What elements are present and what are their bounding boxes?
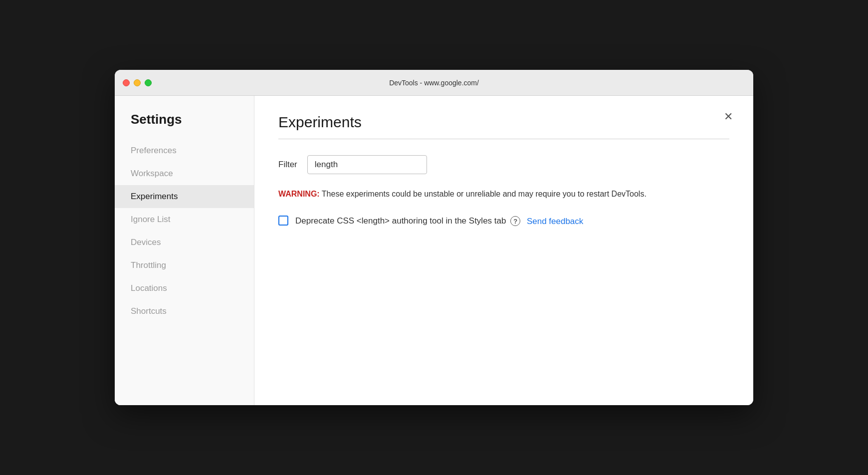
sidebar: Settings Preferences Workspace Experimen… <box>115 96 254 405</box>
close-button[interactable]: ✕ <box>721 110 735 124</box>
sidebar-item-workspace[interactable]: Workspace <box>115 162 254 185</box>
sidebar-item-ignore-list[interactable]: Ignore List <box>115 208 254 231</box>
devtools-window: DevTools - www.google.com/ Settings Pref… <box>115 70 753 405</box>
experiment-label-deprecate-css: Deprecate CSS <length> authoring tool in… <box>295 215 583 228</box>
filter-input[interactable] <box>307 155 427 174</box>
sidebar-item-shortcuts[interactable]: Shortcuts <box>115 300 254 323</box>
warning-box: WARNING: These experiments could be unst… <box>278 188 707 201</box>
traffic-lights <box>123 79 152 86</box>
warning-text: These experiments could be unstable or u… <box>320 190 647 198</box>
close-traffic-light[interactable] <box>123 79 130 86</box>
sidebar-item-locations[interactable]: Locations <box>115 277 254 300</box>
title-divider <box>278 139 729 139</box>
sidebar-item-devices[interactable]: Devices <box>115 231 254 254</box>
settings-heading: Settings <box>115 112 254 139</box>
send-feedback-link[interactable]: Send feedback <box>527 217 583 226</box>
help-icon[interactable]: ? <box>510 216 520 226</box>
minimize-traffic-light[interactable] <box>134 79 141 86</box>
sidebar-item-experiments[interactable]: Experiments <box>115 185 254 208</box>
filter-row: Filter <box>278 155 729 174</box>
warning-label: WARNING: <box>278 190 320 198</box>
filter-label: Filter <box>278 160 297 170</box>
window-title: DevTools - www.google.com/ <box>389 79 479 87</box>
content-area: Settings Preferences Workspace Experimen… <box>115 96 753 405</box>
experiment-row-deprecate-css: Deprecate CSS <length> authoring tool in… <box>278 215 729 228</box>
page-title: Experiments <box>278 114 729 131</box>
sidebar-item-throttling[interactable]: Throttling <box>115 254 254 277</box>
main-content: ✕ Experiments Filter WARNING: These expe… <box>254 96 753 405</box>
sidebar-item-preferences[interactable]: Preferences <box>115 139 254 162</box>
maximize-traffic-light[interactable] <box>145 79 152 86</box>
experiment-checkbox-deprecate-css[interactable] <box>278 216 288 226</box>
titlebar: DevTools - www.google.com/ <box>115 70 753 96</box>
